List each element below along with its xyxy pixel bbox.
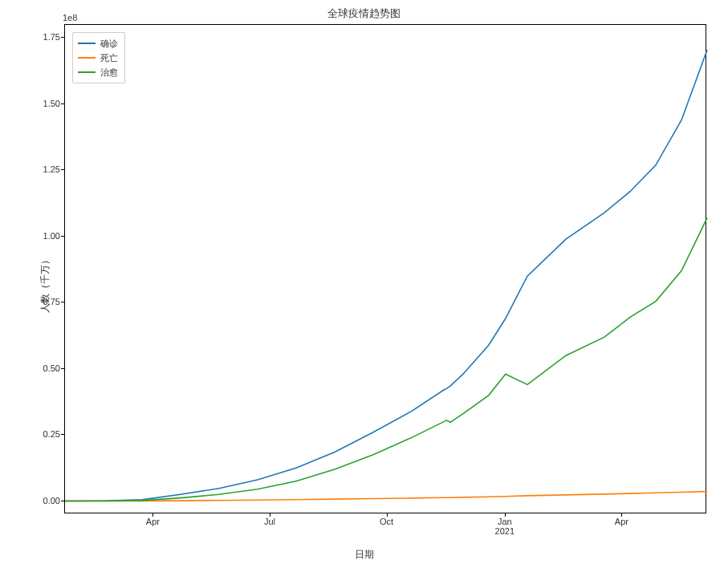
legend-swatch-deaths xyxy=(78,57,96,59)
legend-item-confirmed: 确诊 xyxy=(78,36,118,51)
x-tick-label: Oct xyxy=(380,517,393,526)
legend-label: 治愈 xyxy=(100,67,118,79)
y-tick-label: 1.50 xyxy=(12,99,60,108)
x-tick-mark xyxy=(505,513,506,517)
x-tick-label: Apr xyxy=(615,517,628,526)
y-tick-label: 1.25 xyxy=(12,164,60,174)
y-tick-mark xyxy=(61,103,64,104)
y-tick-mark xyxy=(61,434,64,435)
x-tick-label: Apr xyxy=(146,517,160,526)
x-tick-mark xyxy=(387,513,388,517)
plot-area xyxy=(64,24,706,513)
legend-label: 死亡 xyxy=(100,52,118,64)
x-tick-label: Jan 2021 xyxy=(495,517,514,536)
legend-swatch-recovered xyxy=(78,71,96,73)
y-tick-mark xyxy=(61,169,64,170)
x-tick-mark xyxy=(153,513,153,517)
y-tick-mark xyxy=(61,501,64,501)
plot-svg xyxy=(65,25,707,514)
y-axis-exponent: 1e8 xyxy=(63,13,77,22)
legend-item-deaths: 死亡 xyxy=(78,51,118,65)
y-tick-mark xyxy=(61,368,64,369)
x-tick-mark xyxy=(621,513,622,517)
y-tick-mark xyxy=(61,302,64,302)
y-tick-mark xyxy=(61,37,64,38)
legend: 确诊 死亡 治愈 xyxy=(72,32,125,83)
series-line xyxy=(65,50,707,501)
series-line xyxy=(65,218,707,501)
x-tick-label: Jul xyxy=(264,517,275,526)
y-tick-label: 0.25 xyxy=(12,429,60,439)
y-tick-label: 0.75 xyxy=(12,297,60,306)
y-tick-label: 0.00 xyxy=(12,496,60,505)
x-axis-label: 日期 xyxy=(0,548,728,562)
chart-figure: 全球疫情趋势图 1e8 人数（千万） 日期 0.000.250.500.751.… xyxy=(0,0,728,568)
y-tick-mark xyxy=(61,236,64,237)
x-tick-mark xyxy=(270,513,270,517)
y-tick-label: 1.75 xyxy=(12,32,60,42)
chart-title: 全球疫情趋势图 xyxy=(0,6,728,21)
legend-label: 确诊 xyxy=(100,38,118,50)
y-tick-label: 0.50 xyxy=(12,363,60,373)
legend-item-recovered: 治愈 xyxy=(78,65,118,79)
y-tick-label: 1.00 xyxy=(12,231,60,241)
legend-swatch-confirmed xyxy=(78,43,96,44)
